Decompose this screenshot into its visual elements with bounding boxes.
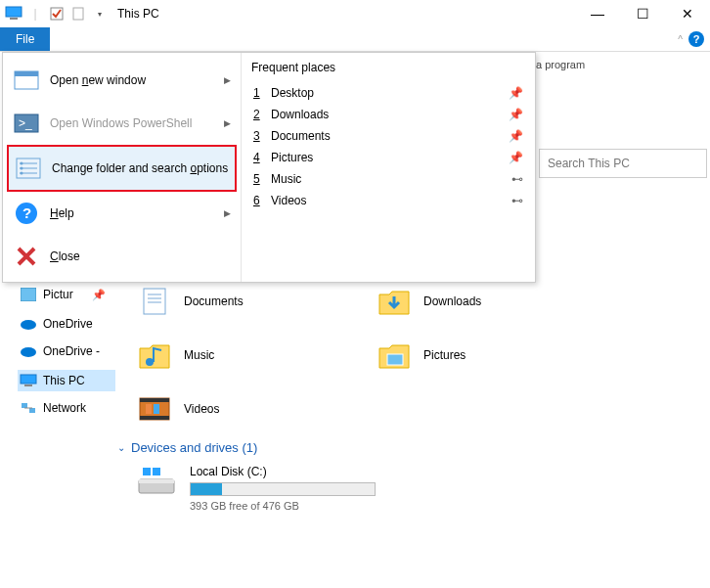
- file-menu: Open new window ▶ >_ Open Windows PowerS…: [2, 52, 536, 283]
- nav-pictures[interactable]: Pictur 📌: [18, 284, 115, 305]
- svg-rect-17: [21, 288, 36, 301]
- svg-point-18: [21, 320, 36, 330]
- change-folder-options-item[interactable]: Change folder and search options: [7, 145, 237, 192]
- nav-onedrive-2[interactable]: OneDrive -: [18, 340, 115, 362]
- collapse-ribbon-icon[interactable]: ^: [678, 34, 683, 45]
- titlebar: | ▾ This PC — ☐ ✕: [0, 0, 710, 27]
- videos-icon: [137, 391, 172, 427]
- local-disk-c[interactable]: Local Disk (C:) 393 GB free of 476 GB: [137, 465, 376, 512]
- freq-label: Videos: [271, 194, 504, 207]
- folder-downloads[interactable]: Downloads: [377, 284, 481, 319]
- freq-num: 4: [253, 151, 263, 164]
- new-icon[interactable]: [68, 4, 88, 23]
- qat-dropdown-icon[interactable]: ▾: [90, 4, 110, 23]
- powershell-icon: >_: [13, 110, 40, 137]
- downloads-icon: [377, 284, 412, 319]
- frequent-item-pictures[interactable]: 4Pictures📌: [251, 147, 525, 168]
- freq-label: Documents: [271, 129, 501, 143]
- window-title: This PC: [117, 7, 159, 21]
- window-icon: [13, 67, 40, 94]
- freq-num: 2: [253, 108, 263, 121]
- svg-point-29: [146, 358, 154, 366]
- svg-rect-21: [24, 384, 32, 386]
- svg-rect-5: [15, 71, 38, 76]
- file-tab[interactable]: File: [0, 27, 50, 51]
- close-button[interactable]: ✕: [665, 0, 710, 27]
- svg-rect-32: [140, 398, 169, 402]
- svg-rect-37: [139, 479, 174, 483]
- svg-point-14: [21, 172, 23, 175]
- drive-icon: [137, 465, 176, 500]
- freq-num: 3: [253, 129, 263, 143]
- pictures-folder-icon: [377, 338, 412, 373]
- window-buttons: — ☐ ✕: [575, 0, 710, 27]
- frequent-item-downloads[interactable]: 2Downloads📌: [251, 104, 525, 125]
- drive-name: Local Disk (C:): [190, 465, 376, 478]
- help-icon[interactable]: ?: [688, 31, 704, 47]
- nav-network[interactable]: Network: [18, 397, 115, 419]
- submenu-caret-icon: ▶: [224, 118, 231, 128]
- documents-icon: [137, 284, 172, 319]
- folder-videos[interactable]: Videos: [137, 391, 219, 427]
- powershell-item: >_ Open Windows PowerShell ▶: [7, 102, 237, 145]
- close-item[interactable]: Close: [7, 235, 237, 278]
- svg-rect-33: [140, 416, 169, 420]
- maximize-button[interactable]: ☐: [620, 0, 665, 27]
- folder-music[interactable]: Music: [137, 338, 214, 373]
- svg-text:?: ?: [22, 204, 31, 221]
- folder-documents[interactable]: Documents: [137, 284, 244, 319]
- close-label: Close: [50, 249, 231, 263]
- drive-free-text: 393 GB free of 476 GB: [190, 500, 376, 512]
- svg-rect-0: [6, 7, 22, 17]
- close-x-icon: [13, 243, 40, 270]
- svg-rect-30: [387, 354, 403, 365]
- help-label: Help: [50, 206, 214, 220]
- music-icon: [137, 338, 172, 373]
- svg-rect-3: [73, 8, 83, 20]
- pin-icon: 📌: [92, 289, 106, 301]
- freq-label: Downloads: [271, 108, 501, 121]
- pin-icon[interactable]: 📌: [509, 151, 523, 164]
- freq-num: 1: [253, 86, 263, 100]
- nav-onedrive-1[interactable]: OneDrive: [18, 313, 115, 335]
- properties-icon[interactable]: [47, 4, 67, 23]
- options-icon: [15, 155, 42, 182]
- pin-icon[interactable]: ⊷: [511, 172, 523, 186]
- search-input[interactable]: Search This PC: [539, 149, 707, 178]
- help-item[interactable]: ? Help ▶: [7, 192, 237, 235]
- svg-rect-20: [21, 375, 36, 384]
- svg-rect-22: [22, 403, 27, 408]
- onedrive-icon: [20, 316, 37, 332]
- freq-num: 6: [253, 194, 263, 207]
- frequent-item-documents[interactable]: 3Documents📌: [251, 125, 525, 147]
- svg-rect-38: [143, 468, 151, 475]
- svg-rect-34: [146, 404, 152, 414]
- frequent-item-videos[interactable]: 6Videos⊷: [251, 190, 525, 211]
- frequent-places-title: Frequent places: [251, 61, 525, 74]
- quick-access-toolbar: | ▾: [4, 4, 110, 23]
- svg-rect-35: [154, 404, 159, 414]
- pin-icon[interactable]: 📌: [509, 86, 523, 100]
- pin-icon[interactable]: 📌: [509, 108, 523, 121]
- nav-thispc[interactable]: This PC: [18, 370, 115, 391]
- freq-label: Desktop: [271, 86, 501, 100]
- network-icon: [20, 400, 37, 416]
- frequent-item-desktop[interactable]: 1Desktop📌: [251, 82, 525, 104]
- freq-label: Pictures: [271, 151, 501, 164]
- change-folder-options-label: Change folder and search options: [52, 161, 229, 175]
- powershell-label: Open Windows PowerShell: [50, 116, 214, 130]
- ribbon-fragment-text: a program: [536, 57, 708, 70]
- devices-header[interactable]: ⌄ Devices and drives (1): [117, 440, 257, 455]
- ribbon-fragment: a program: [536, 57, 708, 70]
- svg-rect-1: [10, 18, 18, 20]
- frequent-item-music[interactable]: 5Music⊷: [251, 168, 525, 190]
- folder-pictures[interactable]: Pictures: [377, 338, 466, 373]
- pin-icon[interactable]: ⊷: [511, 194, 523, 207]
- onedrive-icon: [20, 343, 37, 359]
- drive-usage-bar: [190, 482, 376, 496]
- pin-icon[interactable]: 📌: [509, 129, 523, 143]
- pictures-icon: [20, 287, 37, 302]
- open-new-window-item[interactable]: Open new window ▶: [7, 59, 237, 102]
- ribbon-right: ^ ?: [672, 27, 710, 51]
- minimize-button[interactable]: —: [575, 0, 620, 27]
